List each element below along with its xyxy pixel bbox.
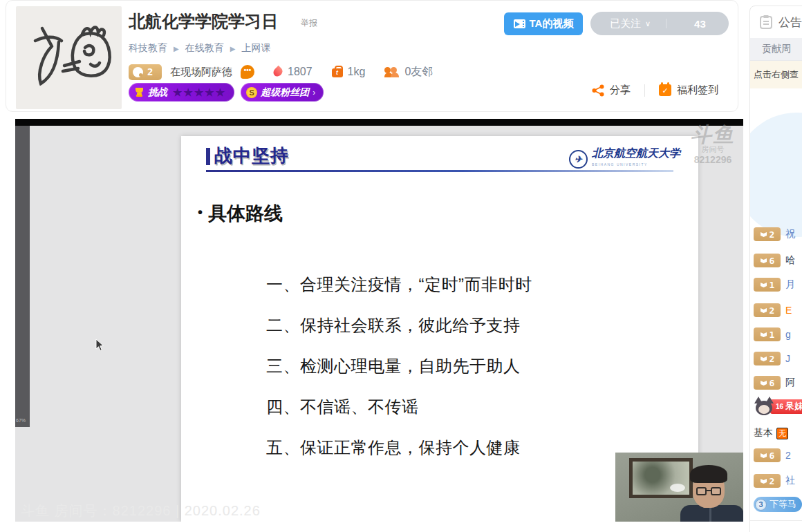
streamer-hair [690,465,727,483]
anchor-name: 在现场阿萨德 [170,66,232,79]
follow-count: 43 [694,18,706,30]
slide-item: 五、保证正常作息，保持个人健康 [266,439,532,457]
chevron-down-icon: ∨ [645,19,651,28]
streamer-glasses [696,487,722,496]
video-player[interactable]: 67% 战中坚持 ✈ 北京航空航天大学 BEIHANG UNIVERSITY •… [15,119,743,522]
announcement-header: 公告 [750,6,802,38]
weight-stat: t 1kg [332,66,366,78]
pill-divider [666,19,666,28]
chevron-right-icon: › [313,88,315,97]
anchor-badges-row: 挑战 ★★★★★ S 超级粉丝团 › [129,83,330,102]
chat-message: 2 E [754,303,792,317]
cat-avatar[interactable] [754,397,774,416]
super-fan-club-badge[interactable]: S 超级粉丝团 › [241,83,324,102]
channel-header: 北航化学学院学习日 举报 科技教育 ▶ 在线教育 ▶ 上网课 2 在现场阿萨德 … [6,0,738,112]
user-level-badge: 2 [754,227,781,241]
user-level-badge: 6 [754,376,781,390]
document-zoom-level: 67% [16,418,26,423]
chat-username[interactable]: 哈 [785,254,795,267]
report-link[interactable]: 举报 [301,17,317,29]
anchor-level-icon [133,67,143,77]
fan-club-member-badge: 16呆妹 [770,399,802,414]
chat-text: 基本 [754,427,773,439]
chat-username[interactable]: E [785,305,792,316]
webcam-overlay [615,453,743,522]
slide-item: 二、保持社会联系，彼此给予支持 [266,316,532,334]
hot-value-number: 1807 [288,66,313,78]
breadcrumb: 科技教育 ▶ 在线教育 ▶ 上网课 [129,42,270,55]
clipboard-icon [758,15,774,30]
user-level-badge: 6 [754,254,781,267]
room-id-watermark: 斗鱼 房间号：8212296 | 2020.02.26 [21,502,261,520]
slide-item-list: 一、合理关注疫情，“定时”而非时时 二、保持社会联系，彼此给予支持 三、检测心理… [266,276,532,479]
douyu-logo-watermark: 斗鱼 [678,124,743,145]
followed-button[interactable]: 已关注 ∨ 43 [590,12,729,35]
share-label[interactable]: 分享 [610,84,631,97]
douyu-watermark: 斗鱼 房间号 8212296 [678,124,743,165]
contribution-tab-label: 贡献周 [762,43,791,55]
chat-message: 2 祝 [754,227,795,241]
douyu-live-page: 北航化学学院学习日 举报 科技教育 ▶ 在线教育 ▶ 上网课 2 在现场阿萨德 … [0,0,802,532]
user-level-badge: 1 [754,278,781,292]
notice-text: 点击右侧查 [754,68,799,81]
neighbors-value: 0友邻 [404,65,433,79]
channel-avatar[interactable] [16,6,122,109]
chat-username[interactable]: 阿 [785,377,795,389]
chat-message: 2 社 [754,474,795,488]
breadcrumb-separator-icon: ▶ [174,45,179,53]
breadcrumb-category[interactable]: 科技教育 [129,42,167,55]
university-name-en: BEIHANG UNIVERSITY [592,159,680,171]
chat-username[interactable]: 祝 [785,228,795,240]
slide-title-bar [206,148,210,165]
chat-message: 1 月 [754,278,795,292]
weight-value: 1kg [348,66,366,78]
chat-message: 基本 无 [754,427,788,439]
bullet-dot-icon: • [198,205,203,220]
actions-divider [644,84,645,97]
announcement-label: 公告 [778,15,802,30]
chat-username[interactable]: 社 [785,475,795,487]
user-level-badge: 6 [754,448,781,462]
noble-medal-badge: 3下等马 [754,497,802,512]
breadcrumb-tag[interactable]: 上网课 [241,42,270,55]
university-logo: ✈ 北京航空航天大学 BEIHANG UNIVERSITY [569,147,680,171]
chat-username[interactable]: 2 [785,450,791,461]
document-side-panel: 67% [15,126,30,427]
notice-banner: 点击右侧查 [750,61,802,88]
letterbox-bar [15,119,743,126]
chat-message: 2 J [754,352,790,365]
chat-username[interactable]: g [785,329,791,340]
chat-input-area[interactable] [750,520,802,532]
watermark-room-label: 房间号 [678,145,743,154]
contribution-tab[interactable]: 贡献周 [750,38,802,61]
chat-message: 6 哈 [754,254,795,267]
anchor-level-number: 2 [147,66,153,77]
chat-message-medal: 3下等马 [754,497,802,512]
user-level-badge: 2 [754,474,781,488]
chat-message: 6 阿 [754,376,795,390]
picture-frame [629,458,693,498]
mouse-cursor-icon [95,339,105,352]
user-level-badge: 2 [754,303,781,317]
challenge-badge[interactable]: 挑战 ★★★★★ [129,83,234,102]
university-name: 北京航空航天大学 BEIHANG UNIVERSITY [592,147,680,171]
chat-bubble-icon[interactable]: ••• [241,65,254,79]
chat-message: 6 2 [754,448,791,462]
ta-videos-button[interactable]: TA的视频 [504,12,583,35]
chat-message-list: 2 祝 6 哈 1 月 2 E 1 g 2 J [750,88,802,519]
chat-username[interactable]: J [785,353,790,364]
slide-item: 三、检测心理电量，自助先于助人 [266,357,532,375]
trophy-icon [134,87,144,97]
slide-bullet-heading: •具体路线 [198,201,283,226]
welfare-checkin-label[interactable]: 福利签到 [677,84,718,97]
anchor-stats-row: 2 在现场阿萨德 ••• 1807 t 1kg 0友邻 [129,63,452,81]
flame-icon [272,66,284,78]
chat-username[interactable]: 月 [785,278,795,291]
user-level-badge: 1 [754,327,781,341]
challenge-stars: ★★★★★ [173,86,226,99]
followed-label: 已关注 [610,17,641,30]
breadcrumb-subcategory[interactable]: 在线教育 [185,42,224,55]
hot-value: 1807 [274,66,313,78]
chat-message: 1 g [754,327,791,341]
university-emblem-icon: ✈ [569,150,588,169]
